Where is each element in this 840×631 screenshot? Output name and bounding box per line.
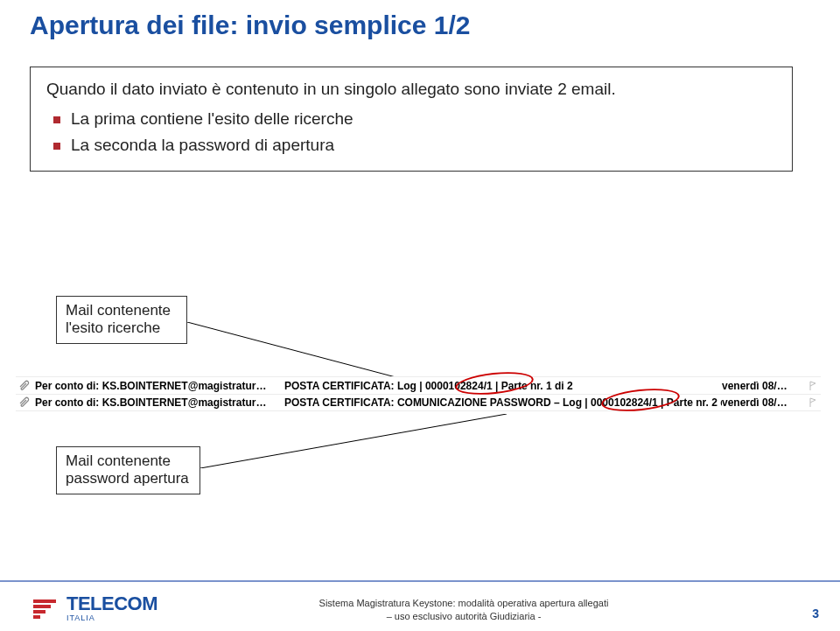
bullet-text: La seconda la password di apertura xyxy=(71,136,334,155)
footer-line1: Sistema Magistratura Keystone: modalità … xyxy=(319,598,609,608)
telecom-logo: TELECOM ITALIA xyxy=(30,592,158,624)
info-intro: Quando il dato inviato è contenuto in un… xyxy=(46,80,776,99)
attachment-icon xyxy=(18,380,32,392)
footer-line2: – uso esclusivo autorità Giudiziaria - xyxy=(387,611,542,621)
svg-rect-4 xyxy=(33,610,46,613)
bullet-marker-icon xyxy=(53,116,60,123)
mail-subject: POSTA CERTIFICATA: COMUNICAZIONE PASSWOR… xyxy=(284,396,722,409)
flag-icon xyxy=(805,381,821,391)
svg-rect-5 xyxy=(33,615,40,619)
page-number: 3 xyxy=(812,606,819,620)
bullet-item: La prima contiene l'esito delle ricerche xyxy=(53,109,776,129)
bullet-text: La prima contiene l'esito delle ricerche xyxy=(71,109,354,129)
info-box: Quando il dato inviato è contenuto in un… xyxy=(30,67,793,172)
logo-sub-text: ITALIA xyxy=(66,614,158,622)
mail-sender: Per conto di: KS.BOINTERNET@magistratur… xyxy=(35,380,284,392)
svg-rect-3 xyxy=(33,605,51,608)
bullet-list: La prima contiene l'esito delle ricerche… xyxy=(46,109,776,155)
callout-mail-password: Mail contenente password apertura xyxy=(56,446,200,494)
mail-list: Per conto di: KS.BOINTERNET@magistratur…… xyxy=(16,376,821,411)
mail-row[interactable]: Per conto di: KS.BOINTERNET@magistratur…… xyxy=(16,394,821,411)
connector-line xyxy=(200,414,507,468)
callout-mail-esito: Mail contenente l'esito ricerche xyxy=(56,296,187,344)
bullet-item: La seconda la password di apertura xyxy=(53,136,776,155)
logo-icon xyxy=(30,592,61,624)
slide-title: Apertura dei file: invio semplice 1/2 xyxy=(30,11,471,40)
logo-brand-text: TELECOM xyxy=(66,594,158,613)
attachment-icon xyxy=(18,396,32,409)
svg-line-1 xyxy=(200,414,507,468)
svg-rect-2 xyxy=(33,599,56,603)
flag-icon xyxy=(805,397,821,408)
mail-sender: Per conto di: KS.BOINTERNET@magistratur… xyxy=(35,396,284,409)
footer-text: Sistema Magistratura Keystone: modalità … xyxy=(306,597,621,622)
mail-row[interactable]: Per conto di: KS.BOINTERNET@magistratur…… xyxy=(16,376,821,394)
bullet-marker-icon xyxy=(53,143,60,150)
mail-date: venerdì 08/… xyxy=(722,396,805,409)
slide-footer: TELECOM ITALIA Sistema Magistratura Keys… xyxy=(0,580,840,631)
mail-date: venerdì 08/… xyxy=(722,380,805,392)
mail-subject: POSTA CERTIFICATA: Log | 0000102824/1 | … xyxy=(284,380,722,392)
